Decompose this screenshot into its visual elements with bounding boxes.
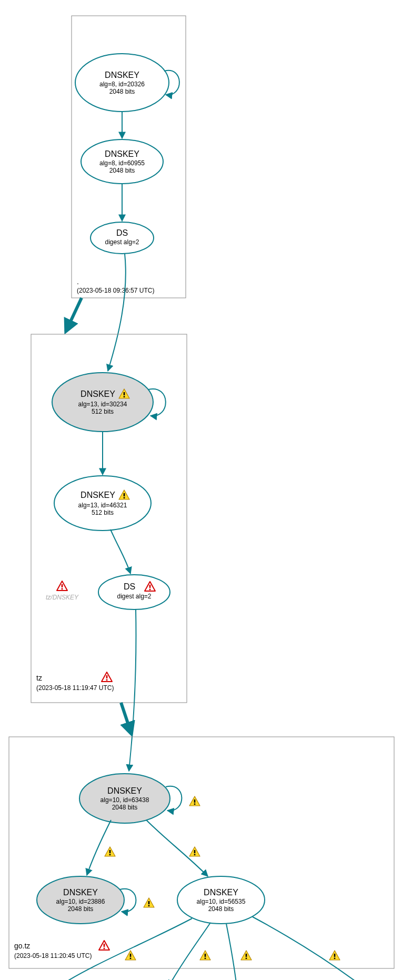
edge-delegation-tz-gotz (121, 703, 132, 734)
node-root-zsk: DNSKEY alg=8, id=60955 2048 bits (81, 139, 163, 184)
svg-text:alg=10, id=63438: alg=10, id=63438 (100, 796, 149, 804)
edge-gotz-ksk-zsk (146, 820, 208, 876)
svg-text:alg=8, id=60955: alg=8, id=60955 (99, 159, 145, 167)
dnssec-diagram: . (2023-05-18 09:36:57 UTC) DNSKEY alg=8… (0, 0, 402, 980)
edge-zsk-soa1 (168, 923, 210, 980)
svg-text:.: . (77, 277, 79, 286)
warning-icon (189, 847, 200, 856)
edge-tz-ds-gotz-ksk (129, 609, 136, 771)
svg-text:(2023-05-18 11:20:45 UTC): (2023-05-18 11:20:45 UTC) (14, 952, 92, 959)
svg-text:2048 bits: 2048 bits (109, 88, 135, 95)
svg-text:DNSKEY: DNSKEY (105, 71, 139, 79)
warning-icon (144, 898, 154, 907)
warning-icon (105, 847, 115, 856)
svg-text:alg=13, id=46321: alg=13, id=46321 (78, 502, 127, 509)
zone-root-time: (2023-05-18 09:36:57 UTC) (77, 287, 154, 294)
svg-point-31 (98, 575, 170, 609)
warning-icon (200, 951, 210, 960)
svg-text:DNSKEY: DNSKEY (105, 149, 139, 158)
svg-text:DNSKEY: DNSKEY (81, 491, 115, 499)
svg-text:DS: DS (124, 582, 135, 591)
node-tz-ghost-dnskey: tz/DNSKEY (46, 581, 79, 601)
svg-text:DNSKEY: DNSKEY (81, 389, 115, 398)
node-tz-zsk: DNSKEY alg=13, id=46321 512 bits (54, 476, 151, 531)
zone-gotz: go.tz (2023-05-18 11:20:45 UTC) DNSKEY a… (9, 737, 402, 980)
node-tz-ksk: DNSKEY alg=13, id=30234 512 bits (52, 373, 153, 432)
edge-tz-zsk-ds (110, 529, 130, 574)
edge-gotz-ksk-key2 (87, 820, 111, 875)
node-gotz-zsk: DNSKEY alg=10, id=56535 2048 bits (177, 876, 265, 924)
svg-text:alg=8, id=20326: alg=8, id=20326 (99, 81, 145, 88)
edge-zsk-soa2 (226, 924, 237, 980)
svg-text:2048 bits: 2048 bits (68, 905, 94, 913)
svg-text:2048 bits: 2048 bits (208, 905, 234, 913)
zone-tz-name: tz (36, 674, 42, 682)
svg-text:DNSKEY: DNSKEY (204, 888, 238, 897)
zone-tz: tz (2023-05-18 11:19:47 UTC) DNSKEY alg=… (31, 334, 187, 703)
svg-text:DS: DS (116, 228, 128, 237)
zone-root: . (2023-05-18 09:36:57 UTC) DNSKEY alg=8… (72, 16, 186, 298)
node-gotz-ksk: DNSKEY alg=10, id=63438 2048 bits (79, 774, 170, 823)
zone-gotz-time: (2023-05-18 11:20:45 UTC) (14, 952, 92, 959)
svg-text:(2023-05-18 11:19:47 UTC): (2023-05-18 11:19:47 UTC) (36, 684, 114, 692)
svg-rect-34 (9, 737, 394, 968)
node-root-ksk: DNSKEY alg=8, id=20326 2048 bits (75, 54, 169, 112)
svg-text:512 bits: 512 bits (92, 509, 114, 516)
error-icon (99, 941, 109, 950)
error-icon (102, 672, 112, 682)
svg-text:512 bits: 512 bits (92, 408, 114, 415)
svg-text:tz: tz (36, 674, 42, 682)
warning-icon (125, 951, 136, 960)
error-icon (57, 581, 67, 591)
edge-zsk-ns (58, 918, 192, 980)
svg-text:2048 bits: 2048 bits (112, 804, 138, 811)
edge-zsk-nsec3 (253, 917, 363, 980)
node-tz-ds: DS digest alg=2 (98, 575, 170, 609)
svg-text:DNSKEY: DNSKEY (107, 786, 142, 795)
svg-text:alg=10, id=56535: alg=10, id=56535 (197, 898, 246, 905)
svg-text:2048 bits: 2048 bits (109, 167, 135, 174)
svg-text:go.tz: go.tz (14, 942, 30, 950)
warning-icon (189, 796, 200, 806)
zone-gotz-name: go.tz (14, 942, 30, 950)
node-gotz-key-23886: DNSKEY alg=10, id=23886 2048 bits (37, 876, 124, 924)
warning-icon (241, 951, 252, 960)
svg-text:digest alg=2: digest alg=2 (105, 238, 139, 246)
svg-text:digest alg=2: digest alg=2 (117, 593, 151, 600)
edge-root-ds-tz-ksk (108, 254, 126, 371)
svg-text:tz/DNSKEY: tz/DNSKEY (46, 594, 79, 601)
svg-point-16 (91, 222, 154, 254)
edge-delegation-root-tz (66, 298, 82, 332)
svg-text:alg=13, id=30234: alg=13, id=30234 (78, 401, 127, 408)
zone-tz-time: (2023-05-18 11:19:47 UTC) (36, 684, 114, 692)
svg-text:DNSKEY: DNSKEY (63, 888, 98, 897)
svg-text:alg=10, id=23886: alg=10, id=23886 (56, 898, 105, 905)
node-root-ds: DS digest alg=2 (91, 222, 154, 254)
zone-root-name: . (77, 277, 79, 286)
warning-icon (329, 951, 340, 960)
svg-text:(2023-05-18 09:36:57 UTC): (2023-05-18 09:36:57 UTC) (77, 287, 154, 294)
